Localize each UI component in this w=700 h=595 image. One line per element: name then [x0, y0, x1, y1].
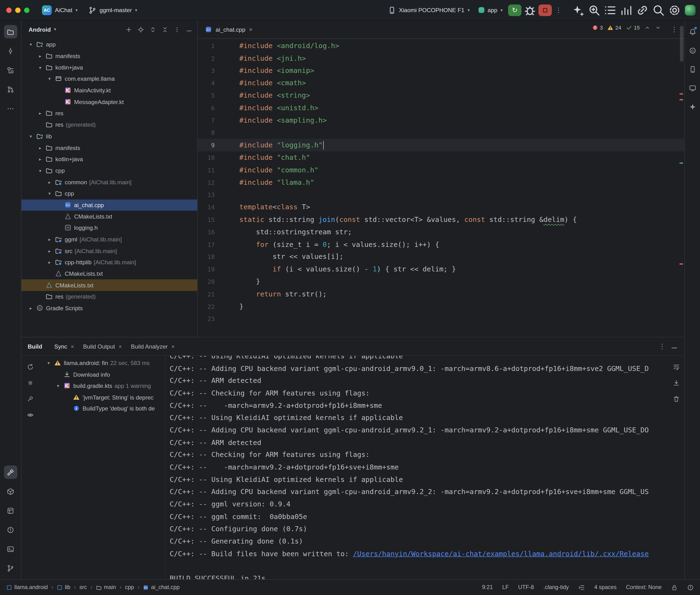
error-stripe-mark[interactable]: [679, 263, 683, 265]
tree-item-cpp[interactable]: ▾cpp: [22, 188, 197, 199]
error-stripe-mark[interactable]: [679, 93, 683, 95]
build-console[interactable]: C/C++: -- Using KleidiAI optimized kerne…: [166, 356, 668, 579]
code-line-18[interactable]: 18 str << values[i];: [198, 251, 684, 263]
tree-item-jvmtarget-string-is-deprec[interactable]: 'jvmTarget: String' is deprec: [39, 392, 165, 403]
code-line-20[interactable]: 20 }: [198, 276, 684, 288]
line-number[interactable]: 6: [198, 104, 239, 111]
tree-chevron-icon[interactable]: ▾: [47, 77, 53, 81]
tree-chevron-icon[interactable]: ▸: [37, 54, 43, 59]
tree-item-cmakelists-txt[interactable]: CMakeLists.txt: [22, 268, 197, 280]
scroll-to-end-icon[interactable]: [670, 377, 682, 389]
breadcrumb-lib[interactable]: lib: [57, 584, 70, 591]
code-editor[interactable]: 1#include <android/log.h>2#include <jni.…: [198, 39, 684, 337]
build-window-title[interactable]: Build: [28, 343, 42, 349]
error-stripe-mark[interactable]: [679, 99, 683, 101]
tree-chevron-icon[interactable]: ▾: [37, 168, 43, 173]
tree-chevron-icon[interactable]: ▸: [28, 306, 34, 311]
tree-item-cpp-httplib[interactable]: ▸cpp-httplib[AiChat.lib.main]: [22, 257, 197, 268]
code-line-12[interactable]: 12#include "llama.h": [198, 176, 684, 189]
ide-messages-icon[interactable]: [687, 584, 694, 591]
build-options-kebab-icon[interactable]: ⋮: [657, 342, 667, 350]
code-line-9[interactable]: 9#include "logging.h": [198, 139, 684, 151]
tree-item-download-info[interactable]: Download info: [39, 369, 165, 380]
error-stripe-mark[interactable]: [679, 162, 683, 164]
line-number[interactable]: 11: [198, 166, 239, 174]
tree-item-app[interactable]: ▾app: [22, 39, 197, 50]
code-style-icon[interactable]: [578, 584, 585, 591]
tree-item-res[interactable]: res(generated): [22, 119, 197, 131]
profile-avatar[interactable]: [685, 5, 696, 16]
code-line-14[interactable]: 14template<class T>: [198, 201, 684, 213]
breadcrumb-src[interactable]: src: [79, 584, 87, 591]
gradle-icon[interactable]: G: [686, 44, 699, 57]
tree-item-gradle-scripts[interactable]: ▸GGradle Scripts: [22, 302, 197, 314]
collapse-all-icon[interactable]: [159, 24, 171, 35]
expand-all-icon[interactable]: [147, 24, 159, 35]
notifications-icon[interactable]: [686, 25, 699, 38]
sync-rerun-icon[interactable]: [25, 361, 36, 373]
terminal-tool-icon[interactable]: [4, 542, 17, 556]
line-number[interactable]: 4: [198, 80, 239, 87]
warning-count[interactable]: 24: [607, 25, 621, 31]
close-window-button[interactable]: [6, 7, 11, 12]
preview-icon[interactable]: [25, 409, 36, 421]
line-number[interactable]: 9: [198, 142, 239, 149]
tree-chevron-icon[interactable]: ▸: [47, 249, 53, 254]
line-number[interactable]: 10: [198, 154, 239, 161]
code-line-1[interactable]: 1#include <android/log.h>: [198, 40, 684, 52]
line-number[interactable]: 15: [198, 216, 239, 223]
tree-item-lib[interactable]: ▾lib: [22, 131, 197, 142]
device-selector[interactable]: Xiaomi POCOPHONE F1 ▾: [384, 2, 473, 19]
clang-tidy-widget[interactable]: .clang-tidy: [543, 584, 569, 591]
line-number[interactable]: 7: [198, 117, 239, 124]
editor-tab[interactable]: C+ ai_chat.cpp ×: [203, 26, 254, 33]
code-line-6[interactable]: 6#include <unistd.h>: [198, 102, 684, 114]
tree-chevron-icon[interactable]: ▾: [28, 42, 34, 47]
editor-options-kebab-icon[interactable]: ⋮: [669, 26, 679, 34]
breadcrumb-cpp[interactable]: cpp: [125, 584, 134, 591]
tree-item-src[interactable]: ▸src[AiChat.lib.main]: [22, 245, 197, 257]
line-number[interactable]: 2: [198, 55, 239, 62]
hide-build-panel-icon[interactable]: [670, 343, 678, 350]
tree-chevron-icon[interactable]: ▸: [37, 145, 43, 150]
line-number[interactable]: 5: [198, 92, 239, 99]
line-number[interactable]: 17: [198, 241, 239, 248]
tree-chevron-icon[interactable]: ▾: [28, 134, 34, 139]
close-tab-icon[interactable]: ×: [119, 343, 122, 349]
add-icon[interactable]: [123, 24, 134, 35]
tree-item-ai-chat-cpp[interactable]: C+ai_chat.cpp: [22, 199, 197, 211]
build-output-link[interactable]: /Users/hanyin/Workspace/ai-chat/examples…: [353, 550, 649, 558]
tree-item-res[interactable]: ▸res: [22, 108, 197, 119]
inspections-widget[interactable]: 3 24 15: [589, 24, 664, 32]
tree-item-ggml[interactable]: ▸ggml[AiChat.lib.main]: [22, 234, 197, 245]
tree-item-llama-android-fin[interactable]: ▾llama.android: fin22 sec, 583 ms: [39, 358, 165, 369]
tree-item-cmakelists-txt[interactable]: CMakeLists.txt: [22, 280, 197, 291]
tree-item-com-example-llama[interactable]: ▾com.example.llama: [22, 73, 197, 85]
soft-wrap-icon[interactable]: [670, 361, 682, 373]
version-control-tool-icon[interactable]: [4, 561, 17, 575]
code-line-2[interactable]: 2#include <jni.h>: [198, 52, 684, 64]
breadcrumb-main[interactable]: main: [96, 584, 116, 591]
code-line-5[interactable]: 5#include <string>: [198, 89, 684, 102]
breadcrumb-ai-chat-cpp[interactable]: C+ai_chat.cpp: [143, 584, 179, 591]
tree-item-manifests[interactable]: ▸manifests: [22, 142, 197, 153]
tree-item-cmakelists-txt[interactable]: CMakeLists.txt: [22, 211, 197, 222]
context-widget[interactable]: Context: None: [626, 584, 662, 591]
link-icon[interactable]: [636, 3, 649, 17]
tree-chevron-icon[interactable]: ▸: [37, 157, 43, 162]
line-number[interactable]: 3: [198, 67, 239, 74]
indent-style[interactable]: 4 spaces: [594, 584, 617, 591]
line-number[interactable]: 18: [198, 253, 239, 260]
project-tool-icon[interactable]: [4, 25, 17, 38]
code-line-15[interactable]: 15static std::string join(const std::vec…: [198, 213, 684, 226]
pull-requests-tool-icon[interactable]: [4, 83, 17, 96]
ai-assistant-icon[interactable]: [686, 100, 699, 113]
lock-icon[interactable]: [671, 584, 678, 591]
tree-item-buildtype-debug-is-both-de[interactable]: BuildType 'debug' is both de: [39, 403, 165, 415]
settings-icon[interactable]: [668, 3, 681, 17]
tree-chevron-icon[interactable]: ▸: [37, 111, 43, 116]
minimize-window-button[interactable]: [15, 7, 21, 12]
tree-item-common[interactable]: ▸common[AiChat.lib.main]: [22, 176, 197, 188]
line-number[interactable]: 19: [198, 266, 239, 273]
project-widget[interactable]: AC AiChat ▾: [38, 3, 81, 17]
